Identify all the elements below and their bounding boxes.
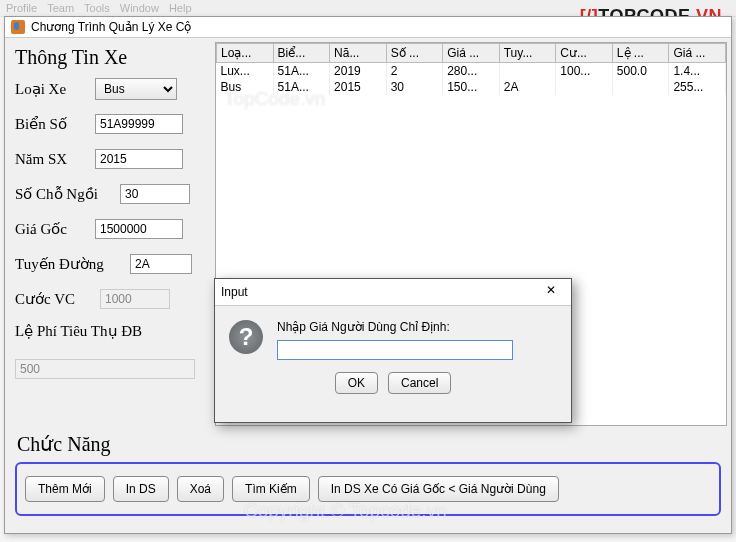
functions-panel: Thêm Mới In DS Xoá Tìm Kiếm In DS Xe Có …: [15, 462, 721, 516]
label-giagoc: Giá Gốc: [15, 220, 85, 238]
dialog-input[interactable]: [277, 340, 513, 360]
dialog-cancel-button[interactable]: Cancel: [388, 372, 451, 394]
dialog-prompt: Nhập Giá Người Dùng Chỉ Định:: [277, 320, 513, 334]
dialog-ok-button[interactable]: OK: [335, 372, 378, 394]
input-lephi: [15, 359, 195, 379]
question-icon: ?: [229, 320, 263, 354]
java-icon: [11, 20, 25, 34]
input-dialog: Input ✕ ? Nhập Giá Người Dùng Chỉ Định: …: [214, 278, 572, 423]
col-header[interactable]: Lệ ...: [612, 44, 669, 63]
col-header[interactable]: Loạ...: [217, 44, 274, 63]
table-row[interactable]: Bus51A...201530150...2A255...: [217, 79, 726, 95]
btn-themmoi[interactable]: Thêm Mới: [25, 476, 105, 502]
label-lephi: Lệ Phí Tiêu Thụ ĐB: [15, 323, 142, 339]
col-header[interactable]: Biể...: [273, 44, 330, 63]
label-tuyen: Tuyến Đường: [15, 255, 120, 273]
btn-inds[interactable]: In DS: [113, 476, 169, 502]
dialog-close-button[interactable]: ✕: [537, 283, 565, 301]
dialog-title-text: Input: [221, 285, 248, 299]
label-loaixe: Loại Xe: [15, 80, 85, 98]
input-cuoc: [100, 289, 170, 309]
btn-xoa[interactable]: Xoá: [177, 476, 224, 502]
col-header[interactable]: Số ...: [386, 44, 443, 63]
data-table[interactable]: Loạ...Biể...Nă...Số ...Giá ...Tuy...Cư..…: [216, 43, 726, 95]
functions-title: Chức Năng: [5, 428, 731, 462]
label-socho: Số Chỗ Ngồi: [15, 185, 110, 203]
col-header[interactable]: Nă...: [330, 44, 387, 63]
form-panel: Thông Tin Xe Loại Xe Bus Biển Số Năm SX …: [7, 40, 215, 426]
label-cuoc: Cước VC: [15, 290, 90, 308]
btn-timkiem[interactable]: Tìm Kiếm: [232, 476, 310, 502]
window-titlebar: Chương Trình Quản Lý Xe Cộ: [5, 17, 731, 38]
btn-inds-filter[interactable]: In DS Xe Có Giá Gốc < Giá Người Dùng: [318, 476, 559, 502]
input-bienso[interactable]: [95, 114, 183, 134]
input-tuyen[interactable]: [130, 254, 192, 274]
select-loaixe[interactable]: Bus: [95, 78, 177, 100]
col-header[interactable]: Giá ...: [669, 44, 726, 63]
label-namsx: Năm SX: [15, 151, 85, 168]
window-title: Chương Trình Quản Lý Xe Cộ: [31, 20, 191, 34]
col-header[interactable]: Cư...: [556, 44, 613, 63]
input-giagoc[interactable]: [95, 219, 183, 239]
col-header[interactable]: Giá ...: [443, 44, 500, 63]
main-window: Chương Trình Quản Lý Xe Cộ Thông Tin Xe …: [4, 16, 732, 534]
input-namsx[interactable]: [95, 149, 183, 169]
table-row[interactable]: Lux...51A...20192280...100...500.01.4...: [217, 63, 726, 80]
info-title: Thông Tin Xe: [15, 42, 207, 77]
label-bienso: Biển Số: [15, 115, 85, 133]
col-header[interactable]: Tuy...: [499, 44, 556, 63]
input-socho[interactable]: [120, 184, 190, 204]
